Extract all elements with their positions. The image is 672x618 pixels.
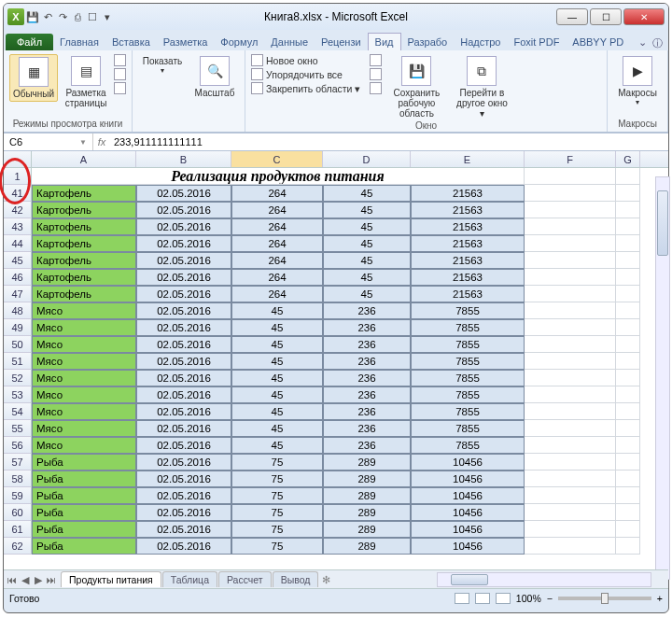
cell[interactable] xyxy=(616,454,640,471)
row-header[interactable]: 57 xyxy=(4,454,32,471)
cell[interactable] xyxy=(616,403,640,420)
cell[interactable]: 289 xyxy=(323,521,411,538)
cell[interactable]: 10456 xyxy=(411,454,525,471)
zoom-thumb[interactable] xyxy=(601,593,609,604)
cell[interactable]: 264 xyxy=(231,286,323,302)
cell[interactable] xyxy=(616,437,640,454)
sheet-nav-last-icon[interactable]: ⏭ xyxy=(45,574,58,585)
cell[interactable]: 75 xyxy=(231,538,323,555)
cell[interactable]: 45 xyxy=(231,302,323,319)
cell[interactable]: 7855 xyxy=(411,336,525,353)
sheet-tab-active[interactable]: Продукты питания xyxy=(61,571,161,587)
cell[interactable]: 264 xyxy=(231,235,323,252)
cell[interactable]: 45 xyxy=(231,336,323,353)
doc-icon[interactable]: ☐ xyxy=(86,10,99,23)
formula-input[interactable]: 233,911111111111 xyxy=(110,136,668,147)
cell[interactable]: 02.05.2016 xyxy=(136,235,231,252)
tab-review[interactable]: Рецензи xyxy=(315,34,368,50)
cell[interactable]: 75 xyxy=(231,521,323,538)
cell[interactable]: 7855 xyxy=(411,319,525,336)
row-header[interactable]: 59 xyxy=(4,487,32,504)
row-header[interactable]: 61 xyxy=(4,521,32,538)
row-header[interactable]: 52 xyxy=(4,370,32,386)
cell[interactable]: 02.05.2016 xyxy=(136,420,231,437)
cell[interactable] xyxy=(525,370,616,386)
cell[interactable] xyxy=(616,487,640,504)
macros-button[interactable]: ▶ Макросы ▾ xyxy=(613,54,662,108)
cell[interactable]: 45 xyxy=(231,319,323,336)
cell[interactable]: 45 xyxy=(231,370,323,386)
cell[interactable] xyxy=(525,386,616,403)
scroll-thumb[interactable] xyxy=(451,574,488,585)
cell[interactable]: 236 xyxy=(323,302,411,319)
cell[interactable]: 02.05.2016 xyxy=(136,353,231,370)
cell[interactable]: 7855 xyxy=(411,302,525,319)
cell[interactable]: 45 xyxy=(231,437,323,454)
cell[interactable]: Картофель xyxy=(32,202,136,218)
cell[interactable]: 289 xyxy=(323,538,411,555)
cell[interactable]: 02.05.2016 xyxy=(136,269,231,286)
sheet-tab[interactable]: Таблица xyxy=(162,571,217,587)
cell[interactable]: 02.05.2016 xyxy=(136,370,231,386)
cell[interactable] xyxy=(616,420,640,437)
cell[interactable] xyxy=(616,235,640,252)
cell[interactable] xyxy=(616,319,640,336)
cell[interactable] xyxy=(525,538,616,555)
cell[interactable] xyxy=(616,336,640,353)
cell[interactable] xyxy=(525,403,616,420)
show-button[interactable]: Показать ▾ xyxy=(138,54,187,77)
cell[interactable] xyxy=(525,218,616,235)
sheet-nav-prev-icon[interactable]: ◀ xyxy=(19,574,32,585)
cell[interactable]: 264 xyxy=(231,218,323,235)
cell[interactable]: 21563 xyxy=(411,286,525,302)
row-header[interactable]: 47 xyxy=(4,286,32,302)
cell[interactable]: 7855 xyxy=(411,437,525,454)
row-header[interactable]: 46 xyxy=(4,269,32,286)
horizontal-scrollbar[interactable] xyxy=(437,572,651,587)
cell[interactable] xyxy=(525,454,616,471)
cell[interactable]: 236 xyxy=(323,386,411,403)
cell[interactable]: 02.05.2016 xyxy=(136,521,231,538)
cell[interactable]: 10456 xyxy=(411,471,525,487)
save-workspace-button[interactable]: 💾 Сохранить рабочую область xyxy=(385,54,447,120)
cell[interactable]: Мясо xyxy=(32,336,136,353)
tab-file[interactable]: Файл xyxy=(6,34,53,50)
cell[interactable]: 21563 xyxy=(411,235,525,252)
switch-windows-button[interactable]: ⧉ Перейти в другое окно ▾ xyxy=(451,54,512,120)
cell[interactable]: Мясо xyxy=(32,353,136,370)
cell[interactable]: 45 xyxy=(323,202,411,218)
cell[interactable] xyxy=(616,370,640,386)
cell[interactable]: 7855 xyxy=(411,386,525,403)
tab-data[interactable]: Данные xyxy=(264,34,315,50)
cell[interactable]: Рыба xyxy=(32,487,136,504)
scroll-thumb[interactable] xyxy=(657,190,668,256)
cell[interactable] xyxy=(525,202,616,218)
cell[interactable] xyxy=(616,386,640,403)
cell[interactable]: 02.05.2016 xyxy=(136,319,231,336)
cell[interactable]: 02.05.2016 xyxy=(136,504,231,521)
redo-icon[interactable]: ↷ xyxy=(56,10,69,23)
row-header[interactable]: 49 xyxy=(4,319,32,336)
cell[interactable] xyxy=(525,319,616,336)
cell[interactable]: 21563 xyxy=(411,269,525,286)
cell[interactable]: 45 xyxy=(323,218,411,235)
cell[interactable]: 10456 xyxy=(411,538,525,555)
cell[interactable] xyxy=(525,302,616,319)
cell[interactable]: 21563 xyxy=(411,185,525,202)
tab-home[interactable]: Главная xyxy=(53,34,105,50)
cell[interactable]: 236 xyxy=(323,319,411,336)
cell[interactable]: Мясо xyxy=(32,403,136,420)
zoom-out-icon[interactable]: − xyxy=(547,593,553,604)
cell[interactable]: 02.05.2016 xyxy=(136,302,231,319)
arrange-all-button[interactable]: Упорядочить все xyxy=(251,68,360,80)
cell[interactable]: 21563 xyxy=(411,202,525,218)
tab-foxit[interactable]: Foxit PDF xyxy=(507,34,566,50)
cell[interactable] xyxy=(525,269,616,286)
cell[interactable] xyxy=(616,302,640,319)
cell[interactable] xyxy=(525,471,616,487)
cell[interactable] xyxy=(616,471,640,487)
select-all-corner[interactable] xyxy=(4,151,32,167)
tab-view[interactable]: Вид xyxy=(368,33,401,50)
col-header-d[interactable]: D xyxy=(323,151,411,167)
cell[interactable] xyxy=(616,202,640,218)
